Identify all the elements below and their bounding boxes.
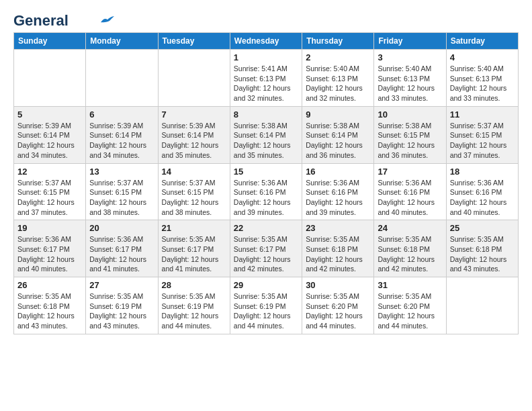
day-info: Sunrise: 5:37 AM Sunset: 6:15 PM Dayligh…	[162, 178, 226, 218]
day-number: 29	[234, 280, 298, 290]
day-number: 19	[17, 223, 82, 233]
day-number: 26	[17, 280, 82, 290]
calendar-week-row: 12Sunrise: 5:37 AM Sunset: 6:15 PM Dayli…	[14, 163, 519, 220]
day-info: Sunrise: 5:36 AM Sunset: 6:16 PM Dayligh…	[234, 178, 298, 218]
calendar-week-row: 19Sunrise: 5:36 AM Sunset: 6:17 PM Dayli…	[14, 220, 519, 277]
day-info: Sunrise: 5:35 AM Sunset: 6:17 PM Dayligh…	[162, 234, 226, 274]
calendar-cell: 14Sunrise: 5:37 AM Sunset: 6:15 PM Dayli…	[158, 163, 230, 220]
column-header-monday: Monday	[86, 33, 158, 50]
day-info: Sunrise: 5:35 AM Sunset: 6:18 PM Dayligh…	[306, 234, 370, 274]
day-number: 2	[306, 52, 370, 62]
calendar-cell	[86, 50, 158, 107]
day-number: 8	[234, 109, 298, 120]
calendar-header-row: SundayMondayTuesdayWednesdayThursdayFrid…	[14, 33, 519, 50]
day-number: 20	[89, 223, 154, 233]
day-info: Sunrise: 5:39 AM Sunset: 6:14 PM Dayligh…	[17, 121, 82, 161]
day-number: 24	[378, 223, 442, 233]
column-header-saturday: Saturday	[446, 33, 518, 50]
day-number: 21	[162, 223, 226, 233]
calendar-cell: 8Sunrise: 5:38 AM Sunset: 6:14 PM Daylig…	[230, 106, 302, 163]
calendar-cell: 7Sunrise: 5:39 AM Sunset: 6:14 PM Daylig…	[158, 106, 230, 163]
day-info: Sunrise: 5:35 AM Sunset: 6:18 PM Dayligh…	[450, 234, 515, 274]
day-info: Sunrise: 5:38 AM Sunset: 6:14 PM Dayligh…	[306, 121, 370, 161]
day-number: 31	[378, 280, 442, 290]
day-number: 27	[89, 280, 154, 290]
calendar-week-row: 1Sunrise: 5:41 AM Sunset: 6:13 PM Daylig…	[14, 50, 519, 107]
day-info: Sunrise: 5:35 AM Sunset: 6:20 PM Dayligh…	[306, 291, 370, 331]
day-info: Sunrise: 5:40 AM Sunset: 6:13 PM Dayligh…	[306, 64, 370, 103]
calendar-cell: 31Sunrise: 5:35 AM Sunset: 6:20 PM Dayli…	[374, 277, 446, 334]
day-info: Sunrise: 5:38 AM Sunset: 6:14 PM Dayligh…	[234, 121, 298, 161]
column-header-sunday: Sunday	[14, 33, 86, 50]
calendar-cell: 9Sunrise: 5:38 AM Sunset: 6:14 PM Daylig…	[302, 106, 374, 163]
day-number: 3	[378, 52, 442, 62]
calendar-cell: 13Sunrise: 5:37 AM Sunset: 6:15 PM Dayli…	[86, 163, 158, 220]
logo-bird-icon	[101, 15, 114, 25]
calendar-cell: 20Sunrise: 5:36 AM Sunset: 6:17 PM Dayli…	[86, 220, 158, 277]
column-header-thursday: Thursday	[302, 33, 374, 50]
day-info: Sunrise: 5:36 AM Sunset: 6:16 PM Dayligh…	[378, 178, 442, 218]
calendar-cell: 24Sunrise: 5:35 AM Sunset: 6:18 PM Dayli…	[374, 220, 446, 277]
day-info: Sunrise: 5:35 AM Sunset: 6:20 PM Dayligh…	[378, 291, 442, 331]
day-number: 11	[450, 109, 515, 120]
calendar-table: SundayMondayTuesdayWednesdayThursdayFrid…	[13, 32, 519, 334]
day-info: Sunrise: 5:35 AM Sunset: 6:19 PM Dayligh…	[89, 291, 154, 331]
calendar-cell: 23Sunrise: 5:35 AM Sunset: 6:18 PM Dayli…	[302, 220, 374, 277]
calendar-cell: 30Sunrise: 5:35 AM Sunset: 6:20 PM Dayli…	[302, 277, 374, 334]
column-header-friday: Friday	[374, 33, 446, 50]
day-number: 12	[17, 167, 82, 177]
day-info: Sunrise: 5:37 AM Sunset: 6:15 PM Dayligh…	[89, 178, 154, 218]
calendar-cell: 11Sunrise: 5:37 AM Sunset: 6:15 PM Dayli…	[446, 106, 518, 163]
day-number: 28	[162, 280, 226, 290]
calendar-cell: 26Sunrise: 5:35 AM Sunset: 6:18 PM Dayli…	[14, 277, 86, 334]
day-number: 6	[89, 109, 154, 120]
logo-text: General	[13, 13, 69, 28]
calendar-cell: 1Sunrise: 5:41 AM Sunset: 6:13 PM Daylig…	[230, 50, 302, 107]
day-number: 14	[162, 167, 226, 177]
day-number: 10	[378, 109, 442, 120]
column-header-tuesday: Tuesday	[158, 33, 230, 50]
calendar-cell	[446, 277, 518, 334]
day-number: 25	[450, 223, 515, 233]
logo: General	[13, 13, 114, 26]
page-header: General	[13, 13, 519, 26]
calendar-cell	[158, 50, 230, 107]
day-info: Sunrise: 5:37 AM Sunset: 6:15 PM Dayligh…	[450, 121, 515, 161]
calendar-cell: 17Sunrise: 5:36 AM Sunset: 6:16 PM Dayli…	[374, 163, 446, 220]
day-number: 18	[450, 167, 515, 177]
calendar-cell: 15Sunrise: 5:36 AM Sunset: 6:16 PM Dayli…	[230, 163, 302, 220]
day-info: Sunrise: 5:39 AM Sunset: 6:14 PM Dayligh…	[162, 121, 226, 161]
day-number: 13	[89, 167, 154, 177]
day-info: Sunrise: 5:35 AM Sunset: 6:18 PM Dayligh…	[17, 291, 82, 331]
day-number: 7	[162, 109, 226, 120]
day-number: 4	[450, 52, 515, 62]
calendar-cell: 22Sunrise: 5:35 AM Sunset: 6:17 PM Dayli…	[230, 220, 302, 277]
calendar-cell: 3Sunrise: 5:40 AM Sunset: 6:13 PM Daylig…	[374, 50, 446, 107]
calendar-week-row: 5Sunrise: 5:39 AM Sunset: 6:14 PM Daylig…	[14, 106, 519, 163]
calendar-cell: 10Sunrise: 5:38 AM Sunset: 6:15 PM Dayli…	[374, 106, 446, 163]
day-info: Sunrise: 5:36 AM Sunset: 6:16 PM Dayligh…	[306, 178, 370, 218]
calendar-cell: 27Sunrise: 5:35 AM Sunset: 6:19 PM Dayli…	[86, 277, 158, 334]
day-number: 22	[234, 223, 298, 233]
day-info: Sunrise: 5:35 AM Sunset: 6:19 PM Dayligh…	[162, 291, 226, 331]
day-info: Sunrise: 5:36 AM Sunset: 6:17 PM Dayligh…	[89, 234, 154, 274]
calendar-cell: 2Sunrise: 5:40 AM Sunset: 6:13 PM Daylig…	[302, 50, 374, 107]
day-info: Sunrise: 5:36 AM Sunset: 6:17 PM Dayligh…	[17, 234, 82, 274]
day-number: 30	[306, 280, 370, 290]
calendar-cell: 29Sunrise: 5:35 AM Sunset: 6:19 PM Dayli…	[230, 277, 302, 334]
day-number: 23	[306, 223, 370, 233]
calendar-cell: 6Sunrise: 5:39 AM Sunset: 6:14 PM Daylig…	[86, 106, 158, 163]
calendar-cell: 16Sunrise: 5:36 AM Sunset: 6:16 PM Dayli…	[302, 163, 374, 220]
day-info: Sunrise: 5:41 AM Sunset: 6:13 PM Dayligh…	[234, 64, 298, 103]
day-number: 5	[17, 109, 82, 120]
column-header-wednesday: Wednesday	[230, 33, 302, 50]
day-info: Sunrise: 5:37 AM Sunset: 6:15 PM Dayligh…	[17, 178, 82, 218]
day-number: 15	[234, 167, 298, 177]
day-info: Sunrise: 5:40 AM Sunset: 6:13 PM Dayligh…	[450, 64, 515, 103]
calendar-cell: 19Sunrise: 5:36 AM Sunset: 6:17 PM Dayli…	[14, 220, 86, 277]
day-number: 16	[306, 167, 370, 177]
calendar-cell: 21Sunrise: 5:35 AM Sunset: 6:17 PM Dayli…	[158, 220, 230, 277]
calendar-cell: 28Sunrise: 5:35 AM Sunset: 6:19 PM Dayli…	[158, 277, 230, 334]
day-info: Sunrise: 5:35 AM Sunset: 6:19 PM Dayligh…	[234, 291, 298, 331]
calendar-cell: 12Sunrise: 5:37 AM Sunset: 6:15 PM Dayli…	[14, 163, 86, 220]
